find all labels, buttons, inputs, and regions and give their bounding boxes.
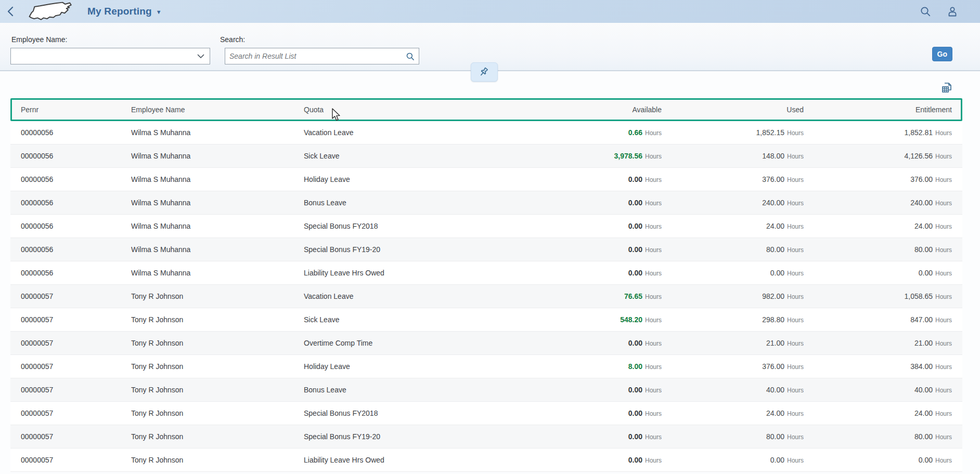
back-button[interactable] — [0, 0, 21, 23]
used-unit: Hours — [787, 153, 804, 160]
used-value: 24.00 — [766, 222, 784, 230]
app-title-menu[interactable]: My Reporting ▼ — [87, 6, 162, 17]
available-cell: 3,978.56Hours — [516, 152, 662, 160]
entitlement-cell: 376.00Hours — [804, 175, 952, 183]
pin-filter-bar-button[interactable] — [471, 62, 498, 82]
table-row[interactable]: 00000056 Wilma S Muhanna Sick Leave 3,97… — [10, 144, 962, 168]
go-button[interactable]: Go — [932, 47, 952, 61]
entitlement-cell: 80.00Hours — [804, 432, 952, 441]
available-value: 76.65 — [624, 292, 642, 300]
entitlement-value: 240.00 — [910, 199, 933, 207]
search-icon[interactable] — [401, 48, 419, 64]
used-cell: 24.00Hours — [662, 409, 804, 417]
employee-name-cell: Wilma S Muhanna — [131, 245, 304, 254]
entitlement-unit: Hours — [935, 363, 952, 371]
table-row[interactable]: 00000057 Tony R Johnson Liability Leave … — [10, 449, 962, 472]
quota-cell: Special Bonus FY19-20 — [304, 245, 516, 254]
table-row[interactable]: 00000056 Wilma S Muhanna Special Bonus F… — [10, 215, 962, 238]
shell-search-button[interactable] — [917, 3, 934, 20]
used-value: 21.00 — [766, 339, 784, 347]
available-unit: Hours — [645, 176, 662, 183]
pernr-cell: 00000056 — [21, 175, 131, 183]
entitlement-cell: 1,058.65Hours — [804, 292, 952, 300]
results-area: Pernr Employee Name Quota Available Used… — [0, 71, 980, 474]
table-row[interactable]: 00000057 Tony R Johnson Special Bonus FY… — [10, 425, 962, 449]
used-unit: Hours — [787, 433, 804, 441]
entitlement-value: 376.00 — [910, 175, 933, 183]
available-cell: 0.00Hours — [516, 339, 662, 347]
entitlement-value: 0.00 — [919, 269, 933, 277]
north-carolina-logo-icon[interactable] — [28, 1, 73, 22]
available-value: 3,978.56 — [614, 152, 642, 160]
quota-cell: Special Bonus FY19-20 — [304, 432, 516, 441]
table-row[interactable]: 00000057 Tony R Johnson Overtime Comp Ti… — [10, 332, 962, 355]
page-title: My Reporting — [87, 6, 152, 17]
available-value: 0.00 — [628, 245, 642, 254]
search-input[interactable] — [225, 48, 401, 64]
used-cell: 40.00Hours — [662, 386, 804, 394]
column-header-quota[interactable]: Quota — [304, 106, 516, 114]
used-cell: 80.00Hours — [662, 245, 804, 254]
table-row[interactable]: 00000057 Tony R Johnson Sick Leave 548.2… — [10, 308, 962, 332]
entitlement-unit: Hours — [935, 176, 952, 183]
used-unit: Hours — [787, 317, 804, 324]
employee-name-cell: Wilma S Muhanna — [131, 269, 304, 277]
used-cell: 21.00Hours — [662, 339, 804, 347]
entitlement-unit: Hours — [935, 153, 952, 160]
available-value: 0.00 — [628, 222, 642, 230]
employee-name-cell: Tony R Johnson — [131, 432, 304, 441]
table-row[interactable]: 00000056 Wilma S Muhanna Bonus Leave 0.0… — [10, 191, 962, 215]
employee-name-cell: Tony R Johnson — [131, 456, 304, 464]
table-header-row[interactable]: Pernr Employee Name Quota Available Used… — [10, 98, 962, 121]
employee-name-combobox[interactable] — [10, 48, 210, 64]
available-cell: 0.00Hours — [516, 269, 662, 277]
chevron-down-icon[interactable] — [192, 48, 210, 64]
column-header-available[interactable]: Available — [516, 106, 662, 114]
pernr-cell: 00000056 — [21, 222, 131, 230]
used-cell: 148.00Hours — [662, 152, 804, 160]
profile-button[interactable] — [944, 3, 961, 20]
used-unit: Hours — [787, 270, 804, 277]
column-header-pernr[interactable]: Pernr — [21, 106, 131, 114]
entitlement-unit: Hours — [935, 200, 952, 207]
used-unit: Hours — [787, 246, 804, 254]
available-unit: Hours — [645, 200, 662, 207]
table-row[interactable]: 00000056 Wilma S Muhanna Special Bonus F… — [10, 238, 962, 261]
entitlement-value: 24.00 — [914, 222, 933, 230]
table-row[interactable]: 00000057 Tony R Johnson Vacation Leave 7… — [10, 285, 962, 308]
pernr-cell: 00000057 — [21, 456, 131, 464]
entitlement-value: 847.00 — [910, 315, 933, 324]
available-value: 0.00 — [628, 339, 642, 347]
available-unit: Hours — [645, 270, 662, 277]
quota-cell: Overtime Comp Time — [304, 339, 516, 347]
table-row[interactable]: 00000057 Tony R Johnson Special Bonus FY… — [10, 402, 962, 425]
column-header-entitlement[interactable]: Entitlement — [804, 106, 952, 114]
available-cell: 0.00Hours — [516, 386, 662, 394]
available-unit: Hours — [645, 433, 662, 441]
column-header-used[interactable]: Used — [662, 106, 804, 114]
available-value: 8.00 — [628, 362, 642, 371]
pernr-cell: 00000056 — [21, 152, 131, 160]
available-unit: Hours — [645, 457, 662, 464]
export-to-spreadsheet-icon — [940, 81, 953, 95]
table-row[interactable]: 00000057 Tony R Johnson Bonus Leave 0.00… — [10, 378, 962, 402]
entitlement-unit: Hours — [935, 246, 952, 254]
table-row[interactable]: 00000056 Wilma S Muhanna Vacation Leave … — [10, 121, 962, 144]
entitlement-cell: 24.00Hours — [804, 409, 952, 417]
entitlement-cell: 240.00Hours — [804, 199, 952, 207]
export-button[interactable] — [937, 80, 956, 96]
quota-cell: Holiday Leave — [304, 175, 516, 183]
used-value: 376.00 — [762, 362, 784, 371]
used-value: 298.80 — [762, 315, 784, 324]
column-header-employee-name[interactable]: Employee Name — [131, 106, 304, 114]
available-unit: Hours — [645, 246, 662, 254]
employee-name-cell: Tony R Johnson — [131, 409, 304, 417]
table-row[interactable]: 00000056 Wilma S Muhanna Holiday Leave 0… — [10, 168, 962, 191]
used-unit: Hours — [787, 293, 804, 300]
used-cell: 376.00Hours — [662, 175, 804, 183]
table-row[interactable]: 00000056 Wilma S Muhanna Liability Leave… — [10, 261, 962, 285]
available-value: 0.00 — [628, 432, 642, 441]
table-row[interactable]: 00000057 Tony R Johnson Holiday Leave 8.… — [10, 355, 962, 378]
employee-name-cell: Tony R Johnson — [131, 339, 304, 347]
employee-name-input[interactable] — [11, 48, 192, 64]
